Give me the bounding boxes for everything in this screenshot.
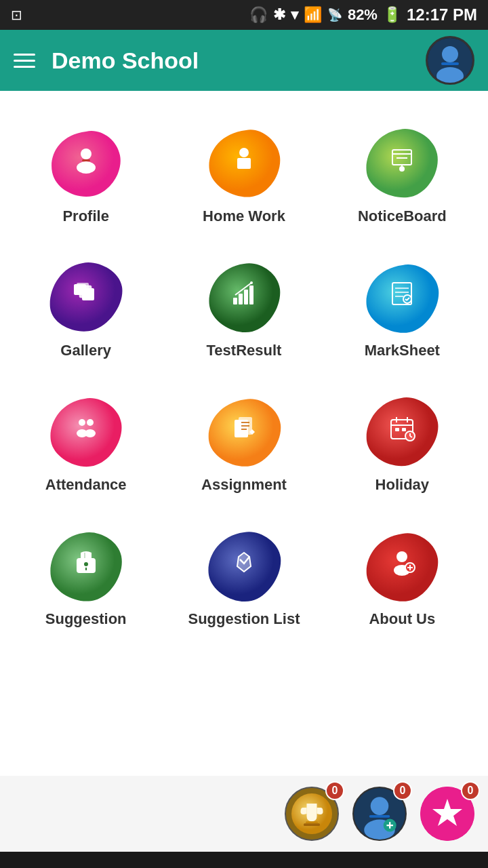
- menu-item-attendance[interactable]: Attendance: [7, 380, 165, 507]
- suggestion-list-icon: [229, 547, 259, 583]
- svg-rect-10: [240, 163, 245, 165]
- suggestion-icon: [71, 547, 101, 583]
- user-action-badge: 0: [393, 781, 412, 800]
- suggestion-list-label: Suggestion List: [188, 610, 300, 628]
- about-us-icon-container: [365, 528, 439, 602]
- attendance-label: Attendance: [45, 476, 127, 494]
- svg-point-24: [250, 281, 253, 284]
- menu-item-assignment[interactable]: Assignment: [165, 380, 323, 507]
- suggestion-icon-container: [49, 528, 123, 602]
- avatar-svg: [428, 38, 472, 83]
- assignment-icon-container: [207, 393, 281, 468]
- svg-point-35: [85, 429, 96, 437]
- svg-line-31: [407, 298, 409, 300]
- holiday-icon-container: [365, 393, 439, 468]
- about-us-icon: [387, 547, 417, 583]
- menu-item-suggestion[interactable]: Suggestion: [7, 514, 165, 642]
- marksheet-label: MarkSheet: [365, 342, 440, 359]
- menu-item-about-us[interactable]: About Us: [323, 514, 481, 642]
- mi-logo: ⊡: [11, 7, 22, 23]
- testresult-label: TestResult: [207, 342, 282, 359]
- svg-rect-19: [82, 288, 94, 300]
- noticeboard-icon-container: [365, 125, 439, 199]
- attendance-icon-container: [49, 393, 123, 468]
- status-left: ⊡: [11, 7, 22, 23]
- marksheet-icon-container: [365, 259, 439, 334]
- header: Demo School: [0, 30, 488, 91]
- svg-rect-9: [240, 161, 248, 162]
- nav-bar: ◁ ○ □: [0, 852, 488, 868]
- svg-point-63: [371, 797, 389, 815]
- trophy-badge: 0: [325, 781, 344, 800]
- app-title: Demo School: [52, 47, 199, 74]
- recent-button[interactable]: □: [359, 859, 400, 868]
- signal-icon: ▾: [291, 6, 298, 24]
- headphone-icon: 🎧: [249, 6, 268, 24]
- gallery-label: Gallery: [60, 342, 111, 359]
- profile-label: Profile: [62, 208, 108, 225]
- svg-rect-45: [395, 428, 399, 431]
- gallery-icon-container: [49, 259, 123, 334]
- status-bar: ⊡ 🎧 ✱ ▾ 📶 📡 82% 🔋 12:17 PM: [0, 0, 488, 30]
- status-right: 🎧 ✱ ▾ 📶 📡 82% 🔋 12:17 PM: [249, 5, 477, 24]
- homework-label: Home Work: [203, 208, 285, 225]
- header-left: Demo School: [14, 47, 199, 74]
- user-avatar[interactable]: [426, 36, 474, 85]
- svg-point-4: [81, 149, 92, 159]
- assignment-icon: [229, 413, 259, 449]
- svg-rect-21: [239, 294, 243, 304]
- holiday-label: Holiday: [375, 476, 429, 494]
- home-button[interactable]: ○: [224, 859, 264, 868]
- network-icon: 📡: [327, 7, 342, 22]
- menu-item-profile[interactable]: Profile: [7, 111, 165, 239]
- svg-rect-3: [441, 62, 459, 65]
- profile-icon: [71, 144, 101, 180]
- about-us-label: About Us: [369, 610, 435, 628]
- profile-icon-container: [49, 125, 123, 199]
- svg-rect-65: [369, 815, 390, 818]
- main-content: Profile: [0, 91, 488, 776]
- menu-item-noticeboard[interactable]: NoticeBoard: [323, 111, 481, 239]
- svg-rect-20: [233, 298, 237, 304]
- gallery-icon: [71, 279, 101, 315]
- svg-point-33: [87, 419, 94, 426]
- marksheet-icon: [387, 279, 417, 315]
- svg-rect-60: [306, 821, 318, 823]
- svg-point-52: [84, 562, 88, 566]
- suggestion-list-icon-container: [207, 528, 281, 602]
- svg-point-5: [77, 161, 96, 174]
- suggestion-label: Suggestion: [45, 610, 127, 628]
- wifi-icon: 📶: [304, 6, 322, 24]
- time: 12:17 PM: [407, 5, 477, 24]
- bluetooth-icon: ✱: [273, 6, 285, 24]
- battery-icon: 🔋: [383, 6, 401, 24]
- menu-item-suggestion-list[interactable]: Suggestion List: [165, 514, 323, 642]
- assignment-label: Assignment: [201, 476, 287, 494]
- svg-point-1: [442, 46, 458, 62]
- homework-icon: [229, 144, 259, 180]
- user-action-button[interactable]: 0: [352, 787, 407, 841]
- star-action-button[interactable]: 0: [420, 787, 474, 841]
- svg-rect-6: [82, 159, 90, 161]
- menu-item-marksheet[interactable]: MarkSheet: [323, 245, 481, 373]
- hamburger-menu[interactable]: [14, 54, 35, 68]
- back-button[interactable]: ◁: [88, 859, 129, 868]
- menu-item-testresult[interactable]: TestResult: [165, 245, 323, 373]
- menu-grid: Profile: [7, 104, 481, 648]
- trophy-button[interactable]: 0: [285, 787, 339, 841]
- homework-icon-container: [207, 125, 281, 199]
- holiday-icon: [387, 413, 417, 449]
- svg-rect-25: [392, 283, 411, 304]
- noticeboard-icon: [387, 144, 417, 180]
- menu-item-gallery[interactable]: Gallery: [7, 245, 165, 373]
- svg-point-7: [239, 148, 249, 157]
- svg-rect-46: [402, 428, 406, 431]
- svg-point-32: [79, 419, 85, 426]
- noticeboard-label: NoticeBoard: [358, 208, 447, 225]
- bottom-actions: 0 0 0: [0, 776, 488, 852]
- star-action-badge: 0: [461, 781, 480, 800]
- svg-point-13: [399, 166, 405, 172]
- menu-item-holiday[interactable]: Holiday: [323, 380, 481, 507]
- svg-point-54: [396, 551, 407, 562]
- menu-item-homework[interactable]: Home Work: [165, 111, 323, 239]
